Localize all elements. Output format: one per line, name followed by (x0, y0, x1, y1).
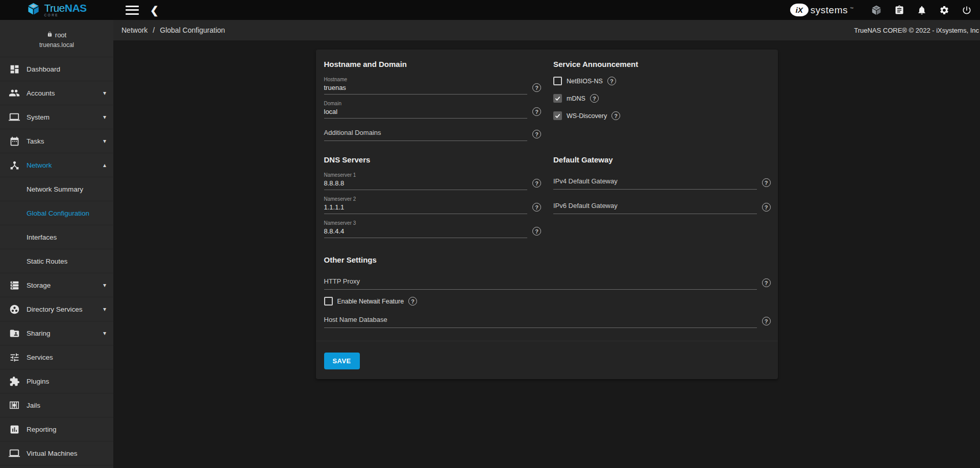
dns-servers-section: DNS Servers Nameserver 1 8.8.8.8 ? Names… (324, 155, 542, 244)
help-icon[interactable]: ? (532, 83, 541, 92)
user-name: root (55, 31, 66, 39)
task-manager-button[interactable] (894, 5, 904, 15)
sidebar-item-interfaces[interactable]: Interfaces (0, 225, 113, 249)
sidebar-item-plugins[interactable]: Plugins (0, 369, 113, 393)
breadcrumb-separator: / (153, 26, 155, 34)
ws-discovery-row: WS-Discovery ? (553, 111, 771, 120)
sidebar-item-reporting[interactable]: Reporting (0, 417, 113, 441)
truenas-status-button[interactable] (871, 5, 882, 15)
global-configuration-card: Hostname and Domain Hostname truenas ? D… (316, 50, 778, 379)
computer-icon (8, 111, 20, 123)
nameserver2-field[interactable]: Nameserver 2 1.1.1.1 (324, 196, 528, 214)
power-icon (962, 5, 972, 15)
settings-button[interactable] (939, 5, 949, 15)
collapse-sidebar-button[interactable]: ❮ (150, 5, 159, 15)
netbios-ns-checkbox[interactable] (553, 77, 562, 85)
nameserver1-field[interactable]: Nameserver 1 8.8.8.8 (324, 172, 528, 190)
breadcrumb-page: Global Configuration (160, 26, 225, 34)
help-icon[interactable]: ? (762, 178, 771, 187)
power-button[interactable] (962, 5, 972, 15)
chevron-down-icon: ▾ (103, 306, 106, 313)
netwait-checkbox[interactable] (324, 297, 333, 306)
help-icon[interactable]: ? (762, 317, 771, 325)
host-name: truenas.local (0, 41, 113, 49)
sidebar-item-directory-services[interactable]: Directory Services ▾ (0, 297, 113, 321)
hamburger-icon (126, 6, 139, 15)
section-title-default-gateway: Default Gateway (553, 155, 771, 164)
help-icon[interactable]: ? (607, 77, 616, 85)
help-icon[interactable]: ? (762, 278, 771, 287)
save-button[interactable]: SAVE (324, 353, 360, 369)
host-name-database-field[interactable]: Host Name Database (324, 316, 757, 328)
netbios-ns-row: NetBIOS-NS ? (553, 77, 771, 85)
service-announcement-section: Service Announcement NetBIOS-NS ? mDNS ? (553, 57, 771, 147)
nameserver3-field[interactable]: Nameserver 3 8.8.4.4 (324, 220, 528, 238)
sidebar-item-accounts[interactable]: Accounts ▾ (0, 81, 113, 105)
additional-domains-field[interactable]: Additional Domains (324, 129, 528, 141)
sidebar-item-services[interactable]: Services (0, 345, 113, 369)
breadcrumb-network[interactable]: Network (121, 26, 148, 34)
truenas-cube-icon (27, 3, 40, 17)
hostname-row: Hostname truenas ? (324, 77, 542, 95)
domain-row: Domain local ? (324, 101, 542, 119)
help-icon[interactable]: ? (611, 111, 620, 120)
hostname-field[interactable]: Hostname truenas (324, 77, 528, 95)
ipv6-gateway-row: IPv6 Default Gateway ? (553, 202, 771, 214)
nameserver3-row: Nameserver 3 8.8.4.4 ? (324, 220, 542, 238)
ipv4-gateway-field[interactable]: IPv4 Default Gateway (553, 177, 757, 190)
storage-icon (8, 279, 20, 291)
truenas-logo[interactable]: TrueNAS CORE (27, 3, 86, 17)
ws-discovery-checkbox[interactable] (553, 111, 562, 120)
sidebar-item-network-summary[interactable]: Network Summary (0, 177, 113, 201)
sidebar-item-static-routes[interactable]: Static Routes (0, 249, 113, 273)
help-icon[interactable]: ? (532, 130, 541, 138)
sidebar-item-tasks[interactable]: Tasks ▾ (0, 129, 113, 153)
actions-bar: SAVE (324, 341, 771, 379)
help-icon[interactable]: ? (532, 227, 541, 236)
chevron-left-icon: ❮ (150, 5, 159, 15)
chevron-down-icon: ▾ (103, 137, 106, 145)
sidebar-item-sharing[interactable]: Sharing ▾ (0, 321, 113, 345)
help-icon[interactable]: ? (408, 297, 417, 306)
lock-icon (47, 31, 53, 39)
domain-field[interactable]: Domain local (324, 101, 528, 119)
laptop-icon (8, 447, 20, 459)
host-name-database-row: Host Name Database ? (324, 316, 771, 328)
dashboard-icon (8, 63, 20, 75)
mdns-checkbox[interactable] (553, 94, 562, 103)
sidebar: root truenas.local Dashboard Accounts ▾ … (0, 20, 113, 468)
sidebar-item-storage[interactable]: Storage ▾ (0, 273, 113, 297)
breadcrumb-bar: Network / Global Configuration TrueNAS C… (113, 20, 980, 40)
user-block: root truenas.local (0, 20, 113, 57)
jail-icon (8, 399, 20, 411)
menu-toggle-button[interactable] (113, 6, 139, 15)
gear-icon (939, 5, 949, 15)
sidebar-item-jails[interactable]: Jails (0, 393, 113, 417)
mdns-row: mDNS ? (553, 94, 771, 103)
calendar-icon (8, 135, 20, 147)
nameserver2-row: Nameserver 2 1.1.1.1 ? (324, 196, 542, 214)
help-icon[interactable]: ? (762, 203, 771, 212)
http-proxy-field[interactable]: HTTP Proxy (324, 277, 757, 290)
sidebar-item-virtual-machines[interactable]: Virtual Machines (0, 441, 113, 465)
help-icon[interactable]: ? (532, 179, 541, 188)
default-gateway-section: Default Gateway IPv4 Default Gateway ? I… (553, 155, 771, 244)
sidebar-item-network[interactable]: Network ▴ (0, 153, 113, 177)
sidebar-item-dashboard[interactable]: Dashboard (0, 57, 113, 81)
bar-chart-icon (8, 423, 20, 435)
clipboard-icon (894, 5, 904, 15)
main-content: Hostname and Domain Hostname truenas ? D… (113, 40, 980, 468)
logo-zone: TrueNAS CORE (0, 3, 113, 17)
notifications-button[interactable] (917, 5, 927, 15)
help-icon[interactable]: ? (532, 203, 541, 212)
help-icon[interactable]: ? (590, 94, 599, 103)
folder-shared-icon (8, 327, 20, 339)
ixsystems-logo: iX systems ™ (790, 4, 853, 16)
sidebar-item-system[interactable]: System ▾ (0, 105, 113, 129)
ipv6-gateway-field[interactable]: IPv6 Default Gateway (553, 202, 757, 214)
sidebar-item-global-configuration[interactable]: Global Configuration (0, 201, 113, 225)
chevron-down-icon: ▾ (103, 282, 106, 289)
section-title-other-settings: Other Settings (324, 255, 771, 264)
ipv4-gateway-row: IPv4 Default Gateway ? (553, 177, 771, 190)
help-icon[interactable]: ? (532, 107, 541, 116)
